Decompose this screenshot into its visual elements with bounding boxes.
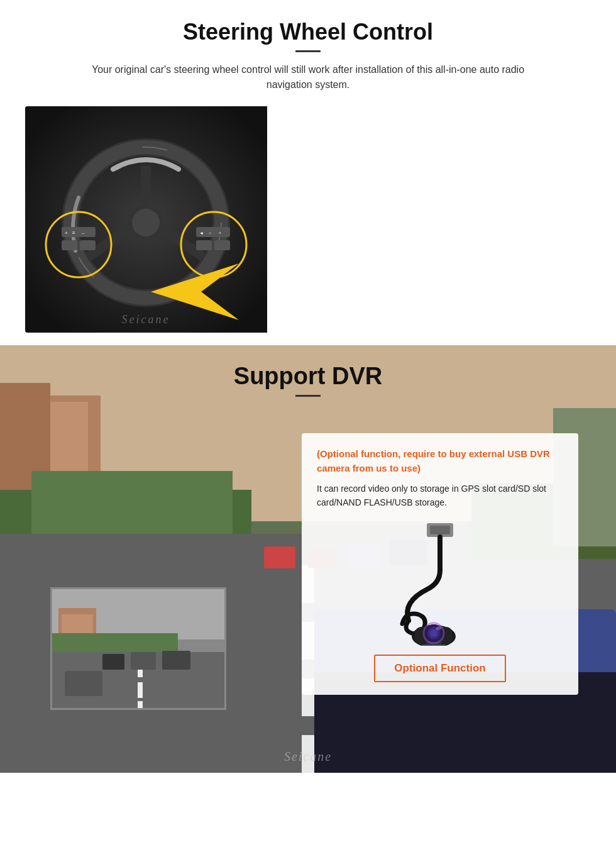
svg-rect-58 xyxy=(430,526,450,534)
svg-point-9 xyxy=(46,212,111,277)
steering-image: + ≡ – ◄ ○ + Seicane xyxy=(25,106,591,333)
dvr-thumbnail xyxy=(50,587,226,710)
svg-rect-11 xyxy=(62,240,77,250)
svg-rect-62 xyxy=(421,645,446,646)
dvr-title: Support DVR xyxy=(25,363,591,390)
svg-text:≡: ≡ xyxy=(72,230,75,236)
dvr-info-card: (Optional function, require to buy exter… xyxy=(302,433,578,695)
svg-text:○: ○ xyxy=(209,231,211,235)
steering-wheel-area: + ≡ – ◄ ○ + Seicane xyxy=(25,106,267,333)
svg-rect-36 xyxy=(264,546,295,568)
steering-section: Steering Wheel Control Your original car… xyxy=(0,0,616,345)
svg-rect-55 xyxy=(162,651,190,670)
svg-rect-53 xyxy=(102,654,124,670)
dvr-title-divider xyxy=(295,395,321,397)
dvr-card-title: (Optional function, require to buy exter… xyxy=(317,447,563,475)
steering-wheel-svg: + ≡ – ◄ ○ + Seicane xyxy=(25,106,267,333)
svg-rect-19 xyxy=(214,240,230,250)
steering-subtitle: Your original car's steering wheel contr… xyxy=(82,62,534,92)
svg-rect-30 xyxy=(31,471,233,534)
steering-title: Steering Wheel Control xyxy=(25,19,591,45)
svg-text:+: + xyxy=(65,230,68,236)
svg-rect-54 xyxy=(131,652,156,670)
dvr-thumbnail-svg xyxy=(52,589,226,710)
dvr-thumbnail-inner xyxy=(52,589,224,708)
svg-point-16 xyxy=(181,212,246,277)
svg-rect-12 xyxy=(80,240,96,250)
dvr-section: Support DVR xyxy=(0,345,616,773)
dvr-camera-svg xyxy=(352,520,528,646)
svg-point-66 xyxy=(430,629,437,637)
optional-function-button[interactable]: Optional Function xyxy=(374,655,505,682)
svg-rect-51 xyxy=(138,682,143,698)
svg-text:◄: ◄ xyxy=(199,231,204,235)
title-divider xyxy=(295,50,321,52)
svg-rect-18 xyxy=(196,240,212,250)
svg-rect-35 xyxy=(302,735,314,773)
dvr-card-body: It can record video only to storage in G… xyxy=(317,482,563,510)
svg-text:Seicane: Seicane xyxy=(122,313,170,326)
svg-rect-56 xyxy=(65,671,102,696)
svg-rect-52 xyxy=(138,701,143,710)
svg-text:–: – xyxy=(82,230,85,236)
dvr-title-area: Support DVR xyxy=(0,345,616,404)
optional-function-area: Optional Function xyxy=(317,655,563,682)
dvr-camera-area xyxy=(317,520,563,646)
svg-text:+: + xyxy=(219,231,221,235)
svg-point-5 xyxy=(132,209,160,236)
